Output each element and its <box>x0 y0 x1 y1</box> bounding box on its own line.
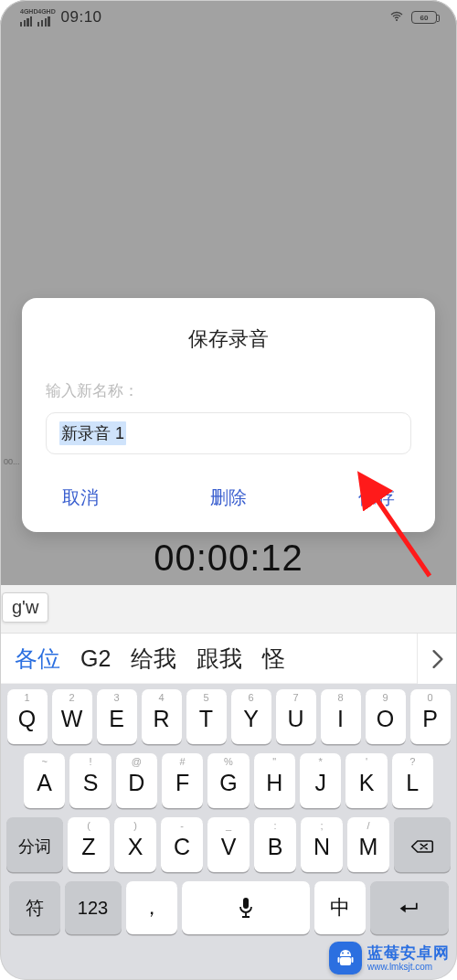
candidate-item[interactable]: G2 <box>80 645 111 672</box>
cancel-button[interactable]: 取消 <box>62 485 99 510</box>
dialog-title: 保存录音 <box>46 325 411 353</box>
space-mic-key[interactable] <box>182 881 310 934</box>
save-recording-dialog: 保存录音 输入新名称： 新录音 1 取消 删除 保存 <box>22 298 435 532</box>
svg-point-2 <box>342 953 344 954</box>
candidate-item[interactable]: 给我 <box>131 644 176 674</box>
key-t[interactable]: 5T <box>186 689 227 744</box>
key-中[interactable]: 中 <box>314 881 366 934</box>
candidate-item[interactable]: 各位 <box>15 644 60 674</box>
key-l[interactable]: ?L <box>392 753 433 808</box>
key-j[interactable]: *J <box>300 753 341 808</box>
key-p[interactable]: 0P <box>410 689 451 744</box>
watermark: 蓝莓安卓网 www.lmksjt.com <box>329 942 450 975</box>
dialog-input-label: 输入新名称： <box>46 380 411 401</box>
key-分词[interactable]: 分词 <box>6 817 63 872</box>
key-h[interactable]: "H <box>254 753 295 808</box>
key-f[interactable]: #F <box>162 753 203 808</box>
signal-1-icon: 4GHD <box>20 16 32 27</box>
candidate-item[interactable]: 跟我 <box>197 644 242 674</box>
backspace-key[interactable] <box>394 817 451 872</box>
key-q[interactable]: 1Q <box>7 689 48 744</box>
key-y[interactable]: 6Y <box>231 689 271 744</box>
svg-point-3 <box>347 953 349 954</box>
battery-icon: 60 <box>411 11 437 24</box>
svg-point-0 <box>396 18 398 20</box>
pinyin-composition: g'w <box>2 592 48 623</box>
recording-name-input[interactable]: 新录音 1 <box>46 412 411 454</box>
key-b[interactable]: :B <box>254 817 296 872</box>
save-button[interactable]: 保存 <box>358 485 395 510</box>
clock: 09:10 <box>61 8 102 27</box>
watermark-url: www.lmksjt.com <box>367 963 450 972</box>
key-d[interactable]: @D <box>116 753 157 808</box>
status-bar: 4GHD 4GHD 09:10 60 <box>0 0 457 31</box>
recording-timer: 00:00:12 <box>0 538 457 579</box>
key-s[interactable]: !S <box>69 753 111 808</box>
candidate-item[interactable]: 怪 <box>262 644 285 674</box>
svg-rect-5 <box>338 957 340 963</box>
waveform-tick: 00... <box>4 457 20 466</box>
key-x[interactable]: )X <box>114 817 156 872</box>
watermark-name: 蓝莓安卓网 <box>367 945 450 961</box>
key-k[interactable]: 'K <box>345 753 387 808</box>
key-w[interactable]: 2W <box>52 689 92 744</box>
expand-candidates-button[interactable] <box>417 634 457 684</box>
key-a[interactable]: ~A <box>24 753 65 808</box>
key-n[interactable]: ;N <box>301 817 343 872</box>
key-g[interactable]: %G <box>207 753 249 808</box>
soft-keyboard: 1Q2W3E4R5T6Y7U8I9O0P ~A!S@D#F%G"H*J'K?L … <box>0 684 457 980</box>
key-，[interactable]: ， <box>126 881 177 934</box>
key-符[interactable]: 符 <box>9 881 60 934</box>
key-r[interactable]: 4R <box>142 689 182 744</box>
key-z[interactable]: (Z <box>68 817 110 872</box>
key-123[interactable]: 123 <box>65 881 122 934</box>
signal-2-icon: 4GHD <box>37 16 49 27</box>
key-m[interactable]: /M <box>347 817 389 872</box>
key-o[interactable]: 9O <box>366 689 406 744</box>
key-v[interactable]: _V <box>207 817 250 872</box>
candidate-bar: 各位 G2 给我 跟我 怪 <box>0 633 457 683</box>
enter-key[interactable] <box>370 881 449 934</box>
svg-rect-1 <box>243 898 249 909</box>
key-c[interactable]: -C <box>161 817 203 872</box>
svg-rect-4 <box>340 957 351 965</box>
key-e[interactable]: 3E <box>97 689 137 744</box>
wifi-icon <box>389 9 404 27</box>
delete-button[interactable]: 删除 <box>210 485 247 510</box>
key-u[interactable]: 7U <box>276 689 316 744</box>
key-i[interactable]: 8I <box>321 689 361 744</box>
svg-rect-6 <box>352 957 354 963</box>
watermark-logo-icon <box>329 942 362 975</box>
